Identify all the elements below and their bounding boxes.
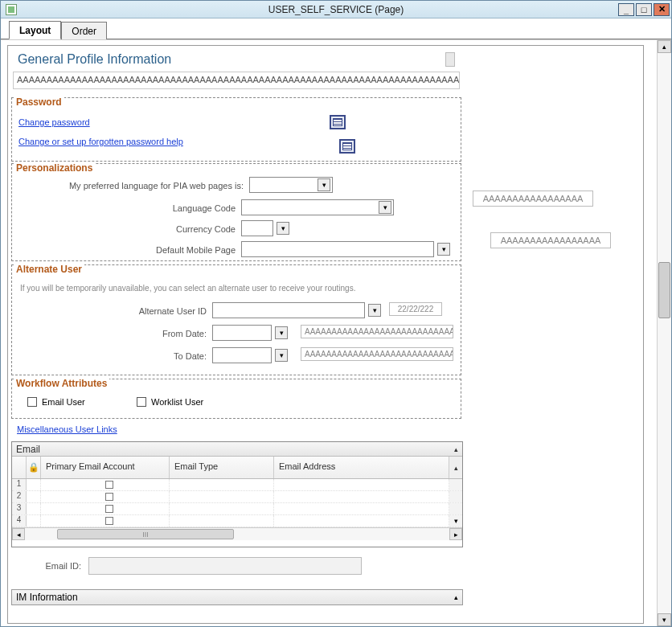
table-row[interactable]: 2 bbox=[12, 491, 462, 503]
from-date-placeholder: AAAAAAAAAAAAAAAAAAAAAAAAAAAAA bbox=[301, 325, 453, 338]
hscroll-thumb[interactable]: III bbox=[57, 529, 234, 539]
checkbox-email-user[interactable] bbox=[27, 397, 37, 407]
lookup-currency-icon[interactable]: ▾ bbox=[277, 222, 289, 235]
checkbox-primary-email[interactable] bbox=[105, 505, 113, 513]
checkbox-primary-email[interactable] bbox=[105, 493, 113, 501]
tab-layout[interactable]: Layout bbox=[9, 21, 61, 39]
heading-handle[interactable] bbox=[445, 52, 455, 67]
label-email-id: Email ID: bbox=[39, 560, 84, 572]
col-primary[interactable]: Primary Email Account bbox=[41, 457, 170, 478]
label-language-code: Language Code bbox=[121, 203, 238, 214]
page-title: General Profile Information bbox=[13, 49, 460, 70]
col-rownum bbox=[12, 457, 27, 478]
hscroll-left-icon[interactable]: ◂ bbox=[12, 528, 25, 540]
design-canvas[interactable]: General Profile Information AAAAAAAAAAAA… bbox=[7, 45, 644, 624]
grid-scroll-down-icon[interactable]: ▾ bbox=[449, 515, 462, 527]
secondary-page-icon-1[interactable] bbox=[330, 115, 346, 129]
date-placeholder-box: 22/22/222 bbox=[389, 302, 442, 316]
label-pref-lang: My preferred language for PIA web pages … bbox=[37, 180, 246, 191]
grid-scroll-up-icon[interactable]: ▴ bbox=[449, 457, 462, 478]
col-email-address[interactable]: Email Address bbox=[274, 457, 449, 478]
lookup-mobile-icon[interactable]: ▾ bbox=[437, 243, 450, 256]
grid-hscroll[interactable]: ◂ III ▸ bbox=[12, 527, 462, 540]
email-grid: Email ▴ 🔒 Primary Email Account Email Ty… bbox=[11, 441, 463, 547]
page-title-text: General Profile Information bbox=[18, 52, 171, 67]
alt-user-hint: If you will be temporarily unavailable, … bbox=[18, 283, 397, 293]
vertical-scrollbar[interactable]: ▴ ▾ bbox=[657, 40, 671, 626]
table-row[interactable]: 1 bbox=[12, 479, 462, 491]
group-personalizations-title: Personalizations bbox=[14, 162, 95, 174]
col-email-type[interactable]: Email Type bbox=[170, 457, 274, 478]
checkbox-primary-email[interactable] bbox=[105, 481, 113, 489]
group-password: Password bbox=[11, 97, 461, 162]
hscroll-right-icon[interactable]: ▸ bbox=[449, 528, 462, 540]
label-alt-user-id: Alternate User ID bbox=[104, 305, 209, 317]
input-to-date[interactable] bbox=[212, 347, 272, 363]
chevron-down-icon[interactable]: ▾ bbox=[379, 201, 391, 214]
rownum: 2 bbox=[12, 491, 27, 502]
rownum: 1 bbox=[12, 479, 27, 490]
email-grid-title-row: Email ▴ bbox=[12, 442, 462, 457]
im-collapse-icon[interactable]: ▴ bbox=[454, 593, 458, 601]
grid-collapse-icon[interactable]: ▴ bbox=[454, 445, 458, 453]
im-section: IM Information ▴ bbox=[11, 589, 463, 605]
group-password-title: Password bbox=[14, 96, 64, 108]
checkbox-primary-email[interactable] bbox=[105, 517, 113, 525]
input-email-id[interactable] bbox=[88, 557, 362, 575]
col-lock-icon: 🔒 bbox=[27, 457, 41, 478]
close-button[interactable]: ✕ bbox=[654, 3, 670, 16]
group-workflow-title: Workflow Attributes bbox=[14, 378, 109, 389]
window-title: USER_SELF_SERVICE (Page) bbox=[1, 4, 671, 15]
link-forgotten-password[interactable]: Change or set up forgotten password help bbox=[16, 136, 186, 147]
scroll-thumb[interactable] bbox=[658, 262, 670, 318]
table-row[interactable]: 3 bbox=[12, 503, 462, 515]
table-row[interactable]: 4 ▾ bbox=[12, 515, 462, 527]
body-area: General Profile Information AAAAAAAAAAAA… bbox=[1, 39, 671, 626]
to-date-placeholder: AAAAAAAAAAAAAAAAAAAAAAAAAAAAA bbox=[301, 347, 453, 361]
label-to-date: To Date: bbox=[137, 350, 209, 362]
im-section-title: IM Information bbox=[16, 592, 78, 603]
label-default-mobile: Default Mobile Page bbox=[104, 244, 238, 256]
checkbox-worklist-user-wrap[interactable]: Worklist User bbox=[133, 396, 207, 408]
input-alt-user-id[interactable] bbox=[212, 302, 365, 318]
app-window: USER_SELF_SERVICE (Page) _ □ ✕ Layout Or… bbox=[0, 0, 672, 627]
titlebar: USER_SELF_SERVICE (Page) _ □ ✕ bbox=[1, 1, 671, 18]
tabs-row: Layout Order bbox=[1, 18, 671, 39]
checkbox-worklist-user[interactable] bbox=[137, 397, 146, 407]
scroll-down-icon[interactable]: ▾ bbox=[658, 613, 671, 626]
dropdown-language-code[interactable]: ▾ bbox=[241, 199, 394, 215]
input-default-mobile[interactable] bbox=[241, 241, 434, 257]
maximize-button[interactable]: □ bbox=[636, 3, 652, 16]
rownum: 4 bbox=[12, 515, 27, 527]
subheader-placeholder: AAAAAAAAAAAAAAAAAAAAAAAAAAAAAAAAAAAAAAAA… bbox=[13, 72, 460, 89]
label-from-date: From Date: bbox=[137, 328, 209, 339]
link-misc-user-links[interactable]: Miscellaneous User Links bbox=[14, 424, 120, 435]
app-icon bbox=[6, 4, 17, 15]
email-grid-title: Email bbox=[16, 444, 40, 455]
side-placeholder-1: AAAAAAAAAAAAAAAAA bbox=[473, 191, 593, 207]
group-alternate-user-title: Alternate User bbox=[14, 264, 84, 275]
label-currency-code: Currency Code bbox=[121, 223, 238, 235]
secondary-page-icon-2[interactable] bbox=[339, 139, 355, 154]
calendar-to-icon[interactable]: ▾ bbox=[275, 349, 288, 362]
rownum: 3 bbox=[12, 503, 27, 514]
link-change-password[interactable]: Change password bbox=[16, 117, 92, 128]
tab-order[interactable]: Order bbox=[61, 22, 107, 39]
calendar-from-icon[interactable]: ▾ bbox=[275, 326, 288, 339]
chevron-down-icon[interactable]: ▾ bbox=[318, 178, 330, 191]
side-placeholder-2: AAAAAAAAAAAAAAAAA bbox=[490, 232, 611, 248]
checkbox-email-user-wrap[interactable]: Email User bbox=[24, 396, 88, 408]
label-worklist-user: Worklist User bbox=[151, 397, 203, 407]
dropdown-pref-lang[interactable]: ▾ bbox=[249, 177, 333, 193]
hscroll-track[interactable]: III bbox=[25, 528, 449, 540]
email-grid-body: 1 2 bbox=[12, 479, 462, 527]
input-from-date[interactable] bbox=[212, 325, 272, 341]
scroll-up-icon[interactable]: ▴ bbox=[658, 40, 671, 53]
input-currency-code[interactable] bbox=[241, 220, 273, 236]
label-email-user: Email User bbox=[42, 397, 85, 407]
scroll-track[interactable] bbox=[658, 53, 671, 613]
lookup-alt-user-icon[interactable]: ▾ bbox=[368, 304, 381, 317]
email-grid-header: 🔒 Primary Email Account Email Type Email… bbox=[12, 457, 462, 479]
minimize-button[interactable]: _ bbox=[618, 3, 634, 16]
